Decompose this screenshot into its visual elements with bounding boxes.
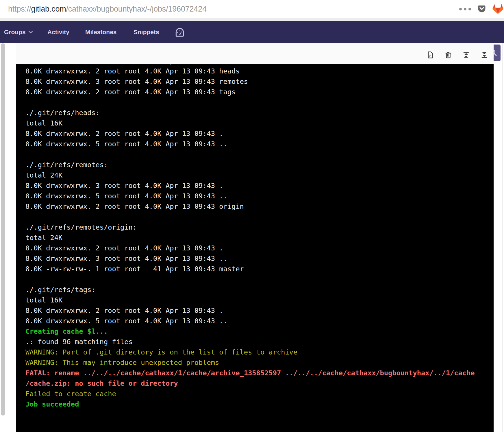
gitlab-tanuki-icon[interactable] — [492, 4, 503, 14]
job-log-panel: 8.0K drwxrwxrwx. 5 root root 4.0K Apr 13… — [16, 43, 494, 432]
log-line: ./.git/refs/tags: — [25, 285, 494, 295]
log-line: total 24K — [25, 170, 494, 180]
url-domain: gitlab.com — [31, 5, 66, 13]
log-line: 8.0K -rw-rw-rw-. 1 root root 41 Apr 13 0… — [25, 264, 494, 274]
log-line: 8.0K drwxrwxrwx. 2 root root 4.0K Apr 13… — [25, 66, 494, 76]
operations-gauge-icon[interactable] — [174, 26, 186, 39]
log-line: /cache.zip: no such file or directory — [25, 378, 494, 389]
page-scrollbar-thumb[interactable] — [1, 43, 5, 416]
nav-item-label: Activity — [47, 29, 69, 36]
log-line — [25, 212, 494, 222]
log-line: 8.0K drwxrwxrwx. 2 root root 4.0K Apr 13… — [25, 128, 494, 139]
log-line: ./.git/refs/remotes: — [25, 160, 494, 170]
log-line: total 24K — [25, 232, 494, 243]
log-line: total 16K — [25, 118, 494, 128]
log-line: 8.0K drwxrwxrwx. 5 root root 4.0K Apr 13… — [25, 191, 494, 201]
log-line: Creating cache $l... — [25, 326, 494, 337]
nav-item-snippets[interactable]: Snippets — [134, 21, 159, 43]
log-line: 8.0K drwxrwxrwx. 5 root root 4.0K Apr 13… — [25, 316, 494, 326]
job-log-terminal: 8.0K drwxrwxrwx. 5 root root 4.0K Apr 13… — [16, 64, 494, 432]
log-line: .: found 96 matching files — [25, 337, 494, 347]
log-line — [25, 97, 494, 108]
log-line: 8.0K drwxrwxrwx. 5 root root 4.0K Apr 13… — [25, 139, 494, 149]
gitlab-navbar: GroupsActivityMilestonesSnippets — [0, 21, 504, 43]
log-line: FATAL: rename ../../../cache/cathaxx/1/c… — [25, 368, 494, 378]
log-line: Job succeeded — [25, 399, 494, 409]
log-line: 8.0K drwxrwxrwx. 2 root root 4.0K Apr 13… — [25, 87, 494, 97]
log-line: Failed to create cache — [25, 389, 494, 399]
log-line: 8.0K drwxrwxrwx. 3 root root 4.0K Apr 13… — [25, 76, 494, 87]
job-log-toolbar — [16, 43, 494, 64]
log-line — [25, 274, 494, 285]
log-line: 8.0K drwxrwxrwx. 2 root root 4.0K Apr 13… — [25, 305, 494, 316]
nav-item-label: Snippets — [134, 29, 159, 36]
url-text[interactable]: https://gitlab.com/cathaxx/bugbountyhax/… — [8, 5, 207, 14]
log-line: WARNING: Part of .git directory is on th… — [25, 347, 494, 357]
log-line: 8.0K drwxrwxrwx. 2 root root 4.0K Apr 13… — [25, 201, 494, 212]
nav-item-milestones[interactable]: Milestones — [85, 21, 117, 43]
browser-url-bar[interactable]: https://gitlab.com/cathaxx/bugbountyhax/… — [0, 0, 504, 18]
scroll-to-top-icon[interactable] — [462, 51, 470, 59]
content-left-border — [6, 43, 6, 432]
log-line: 8.0K drwxrwxrwx. 3 root root 4.0K Apr 13… — [25, 180, 494, 191]
content-right-border — [503, 43, 503, 432]
overflow-dots-icon[interactable] — [459, 8, 471, 10]
log-line: 8.0K drwxrwxrwx. 3 root root 4.0K Apr 13… — [25, 253, 494, 264]
browser-toolbar-strip — [0, 18, 504, 21]
log-line: 8.0K drwxrwxrwx. 5 root root 4.0K Apr 13… — [25, 64, 494, 66]
log-line: ./.git/refs/heads: — [25, 108, 494, 118]
log-line: ./.git/refs/remotes/origin: — [25, 222, 494, 232]
job-log-output: 8.0K drwxrwxrwx. 5 root root 4.0K Apr 13… — [25, 64, 494, 409]
url-path: /cathaxx/bugbountyhax/-/jobs/196072424 — [66, 5, 207, 13]
log-line: 8.0K drwxrwxrwx. 2 root root 4.0K Apr 13… — [25, 243, 494, 253]
erase-log-trash-icon[interactable] — [444, 51, 452, 59]
nav-item-activity[interactable]: Activity — [47, 21, 69, 43]
log-line: total 16K — [25, 295, 494, 305]
scroll-to-bottom-icon[interactable] — [481, 51, 488, 59]
raw-log-icon[interactable] — [427, 51, 434, 59]
nav-item-groups[interactable]: Groups — [4, 21, 33, 43]
nav-item-label: Milestones — [85, 29, 117, 36]
pocket-icon[interactable] — [477, 5, 486, 13]
url-protocol: https:// — [8, 5, 31, 13]
log-line — [25, 149, 494, 160]
log-line: WARNING: This may introduce unexpected p… — [25, 357, 494, 368]
nav-item-label: Groups — [4, 29, 26, 36]
